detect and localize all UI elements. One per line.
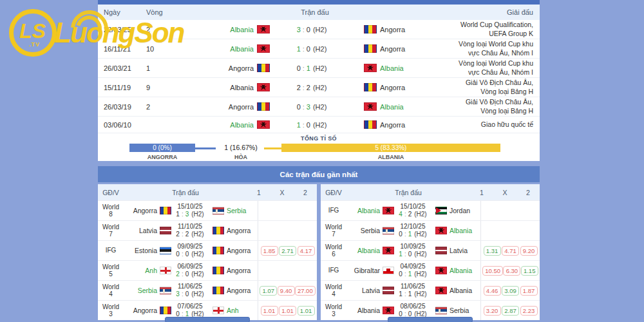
recent-match-row[interactable]: World5Anh06/09/252:0(H2)Angorra bbox=[98, 260, 317, 280]
score-suffix: (H2) bbox=[412, 251, 426, 258]
h2h-row[interactable]: 15/11/199Albania2:2(H2)AngorraGiải Vô Đị… bbox=[98, 78, 540, 97]
match-score: 2:2(H2) bbox=[270, 84, 354, 91]
match-score: 0:0(H2) bbox=[172, 251, 208, 258]
stage-line: World bbox=[321, 243, 346, 251]
away-team: Albania bbox=[431, 287, 480, 294]
flag-anh-icon bbox=[213, 307, 224, 314]
recent-match-row[interactable]: IFGEstonia09/09/250:0(H2)Angorra1.852.71… bbox=[98, 240, 317, 260]
home-team-name: Serbia bbox=[138, 287, 157, 294]
logo-monogram: LS bbox=[19, 19, 46, 43]
stage-line: World bbox=[98, 204, 124, 211]
stage-line: 3 bbox=[321, 310, 346, 318]
home-team-name: Angorra bbox=[229, 64, 254, 72]
away-team-name: Angorra bbox=[380, 121, 405, 129]
view-more-button[interactable] bbox=[388, 317, 473, 322]
away-team: Angorra bbox=[354, 83, 450, 91]
date-and-score: 06/09/252:0(H2) bbox=[171, 263, 209, 278]
recent-match-row[interactable]: World8Angorra15/10/251:3(H2)Serbia bbox=[98, 200, 317, 220]
recent-match-row[interactable]: World4Latvia11/06/251:1(H2)Albania4.463.… bbox=[321, 280, 540, 300]
flag-latvia-icon bbox=[435, 247, 447, 254]
away-team-name: Angorra bbox=[380, 84, 405, 91]
tournament-name: Giao hữu quốc tế bbox=[450, 120, 540, 129]
view-more-button[interactable] bbox=[165, 317, 250, 322]
match-score: 1:0(H2) bbox=[395, 251, 431, 258]
away-team-name: Albania bbox=[450, 287, 472, 294]
odds-cells bbox=[258, 221, 317, 240]
home-team: Albania bbox=[346, 207, 394, 214]
match-date: 11/06/25 bbox=[395, 283, 431, 290]
flag-latvia-icon bbox=[383, 287, 394, 294]
score-colon: : bbox=[301, 26, 307, 33]
recent-header-2: 2 bbox=[516, 189, 540, 196]
flag-albania-icon bbox=[383, 207, 394, 214]
home-score: 0 bbox=[297, 103, 301, 111]
away-team-name: Albania bbox=[380, 64, 404, 72]
home-team: Angorra bbox=[124, 207, 171, 214]
match-date: 15/10/25 bbox=[172, 203, 208, 211]
flag-serbia-icon bbox=[213, 207, 224, 214]
match-score: 4:2(H2) bbox=[395, 211, 431, 218]
match-date: 15/10/25 bbox=[395, 203, 431, 211]
odd-x: 6.30 bbox=[503, 266, 520, 276]
flag-albania-icon bbox=[383, 307, 394, 314]
home-team: Angorra bbox=[180, 64, 270, 72]
recent-match-row[interactable]: World4Serbia11/06/253:0(H2)Angorra1.079.… bbox=[98, 280, 317, 300]
score-colon: : bbox=[402, 251, 408, 258]
site-logo[interactable]: LS .TV LuongSon bbox=[9, 9, 184, 57]
recent-match-row[interactable]: World6Albania10/09/251:0(H2)Latvia1.314.… bbox=[321, 240, 540, 260]
home-team-name: Latvia bbox=[362, 287, 380, 294]
recent-match-row[interactable]: IFGGibraltar04/09/250:1(H2)Albania10.506… bbox=[321, 260, 540, 280]
logo-tv-label: .TV bbox=[29, 41, 40, 48]
stage-round: World5 bbox=[98, 263, 124, 278]
match-date: 06/09/25 bbox=[172, 263, 208, 270]
odd-2: 9.20 bbox=[520, 246, 538, 256]
h2h-row[interactable]: 26/03/192Angorra0:3(H2)AlbaniaGiải Vô Đị… bbox=[98, 97, 540, 117]
stage-round: World8 bbox=[98, 204, 124, 218]
flag-angorra-icon bbox=[257, 102, 270, 111]
match-score: 0:1(H2) bbox=[395, 270, 431, 278]
date-and-score: 15/10/251:3(H2) bbox=[171, 203, 209, 218]
away-team-name: Angorra bbox=[227, 287, 251, 294]
away-team: Angorra bbox=[354, 25, 450, 33]
recent-match-row[interactable]: World7Serbia12/10/250:1(H2)Albania bbox=[321, 220, 540, 240]
home-team: Angorra bbox=[124, 307, 171, 314]
home-team: Albania bbox=[346, 307, 394, 314]
recent-match-row[interactable]: World7Latvia11/10/252:2(H2)Angorra bbox=[98, 220, 317, 240]
score-colon: : bbox=[301, 45, 307, 53]
recent-match-row[interactable]: IFGAlbania15/10/254:2(H2)Jordan bbox=[321, 200, 540, 220]
flag-angorra-icon bbox=[213, 227, 224, 234]
h2h-row[interactable]: 26/03/211Angorra0:1(H2)AlbaniaVòng loại … bbox=[98, 59, 540, 78]
date-and-score: 11/06/251:1(H2) bbox=[394, 283, 431, 298]
home-team-name: Albania bbox=[357, 307, 380, 314]
home-team: Albania bbox=[180, 44, 270, 53]
odd-1: 4.46 bbox=[484, 286, 501, 296]
stage-round: World7 bbox=[98, 223, 124, 238]
flag-albania-icon bbox=[435, 287, 447, 294]
totals-bar-row: 0 (0%) 1 (16.67%) 5 (83.33%) ANGORRA HÒA… bbox=[98, 142, 540, 160]
match-score: 0:3(H2) bbox=[270, 103, 354, 111]
recent-rows-angorra: World8Angorra15/10/251:3(H2)SerbiaWorld7… bbox=[98, 200, 317, 320]
tournament-name: Vòng loại World Cup khu vực Châu Âu, Nhó… bbox=[450, 59, 540, 76]
odd-x: 4.71 bbox=[502, 246, 519, 256]
away-team-name: Jordan bbox=[450, 207, 470, 214]
flag-angorra-icon bbox=[213, 247, 224, 254]
away-team-name: Latvia bbox=[450, 247, 468, 254]
panel-top-border bbox=[98, 0, 540, 5]
home-team-name: Albania bbox=[230, 84, 254, 91]
stage-line: 7 bbox=[321, 231, 346, 238]
stage-line: 8 bbox=[98, 211, 124, 218]
draw-value: 1 (16.67%) bbox=[218, 144, 264, 151]
home-score: 1 bbox=[297, 45, 301, 53]
flag-angorra-icon bbox=[160, 307, 171, 314]
odds-cells: 1.079.4027.00 bbox=[258, 281, 317, 300]
odd-2: 27.00 bbox=[295, 286, 316, 296]
h2h-row[interactable]: 03/06/10Albania1:0(H2)AngorraGiao hữu qu… bbox=[98, 117, 540, 133]
stage-round: World4 bbox=[321, 283, 346, 298]
match-score: 0:1(H2) bbox=[395, 231, 431, 238]
odds-cells: 10.506.301.15 bbox=[480, 261, 540, 280]
odds-cells bbox=[258, 201, 317, 220]
recent-header-match: Trận đấu bbox=[346, 189, 470, 196]
odd-1: 1.31 bbox=[484, 246, 501, 256]
stage-line: 4 bbox=[321, 290, 346, 298]
flag-albania-icon bbox=[257, 83, 270, 91]
